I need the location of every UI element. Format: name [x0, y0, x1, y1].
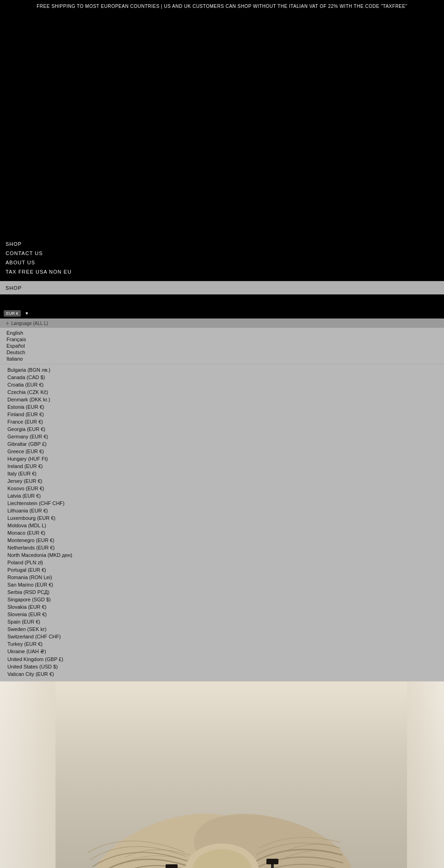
- country-item[interactable]: Hungary (HUF Ft): [4, 455, 444, 462]
- country-item[interactable]: Poland (PLN zł): [4, 559, 444, 566]
- lang-option-italiano[interactable]: Italiano: [6, 356, 444, 362]
- country-item[interactable]: Liechtenstein (CHF CHF): [4, 500, 444, 507]
- country-item[interactable]: United Kingdom (GBP £): [4, 656, 444, 663]
- fossil-sculpture-svg: [60, 718, 384, 868]
- country-item[interactable]: Monaco (EUR €): [4, 529, 444, 537]
- country-item[interactable]: Kosovo (EUR €): [4, 485, 444, 492]
- photo-section: [0, 681, 444, 868]
- country-item[interactable]: United States (USD $): [4, 663, 444, 670]
- shop-bar[interactable]: SHOP: [0, 281, 444, 294]
- language-selector-label: Language (ALL L): [11, 321, 48, 326]
- country-item[interactable]: Luxembourg (EUR €): [4, 514, 444, 522]
- country-item[interactable]: Netherlands (EUR €): [4, 544, 444, 551]
- country-item[interactable]: Ireland (EUR €): [4, 462, 444, 470]
- country-item[interactable]: Ukraine (UAH ₴): [4, 648, 444, 656]
- country-item[interactable]: Vatican City (EUR €): [4, 670, 444, 678]
- country-item[interactable]: Sweden (SEK kr): [4, 625, 444, 633]
- nav-item-shop[interactable]: SHOP: [0, 239, 444, 249]
- hero-section: [0, 12, 444, 235]
- currency-badge[interactable]: EUR €: [4, 310, 21, 317]
- language-label: ▼: [23, 310, 31, 317]
- country-item[interactable]: France (EUR €): [4, 418, 444, 425]
- language-options: English Français Español Deutsch Italian…: [0, 328, 444, 364]
- lang-option-english[interactable]: English: [6, 330, 444, 336]
- country-item[interactable]: Jersey (EUR €): [4, 477, 444, 485]
- country-item[interactable]: Georgia (EUR €): [4, 425, 444, 433]
- nav-item-about[interactable]: ABOUT US: [0, 258, 444, 267]
- country-item[interactable]: Montenegro (EUR €): [4, 537, 444, 544]
- country-item[interactable]: Spain (EUR €): [4, 618, 444, 625]
- country-item[interactable]: Serbia (RSD РСД): [4, 588, 444, 596]
- currency-lang-row: EUR € ▼: [0, 308, 444, 318]
- curtain-left: [0, 681, 56, 868]
- nav-item-contact[interactable]: CONTACT US: [0, 249, 444, 258]
- country-item[interactable]: Moldova (MDL L): [4, 522, 444, 529]
- language-selector-row[interactable]: + Language (ALL L): [0, 318, 444, 328]
- country-item[interactable]: Canada (CAD $): [4, 374, 444, 381]
- country-item[interactable]: Greece (EUR €): [4, 448, 444, 455]
- shop-bar-label: SHOP: [6, 285, 22, 291]
- announcement-bar: FREE SHIPPING TO MOST EUROPEAN COUNTRIES…: [0, 0, 444, 12]
- country-item[interactable]: Portugal (EUR €): [4, 566, 444, 574]
- curtain-right: [407, 681, 444, 868]
- country-item[interactable]: Slovakia (EUR €): [4, 603, 444, 611]
- country-item[interactable]: Switzerland (CHF CHF): [4, 633, 444, 640]
- lang-option-francais[interactable]: Français: [6, 336, 444, 343]
- nav-item-taxfree[interactable]: TAX FREE USA non EU: [0, 267, 444, 276]
- country-list: Bulgaria (BGN лв.)Canada (CAD $)Croatia …: [0, 364, 444, 681]
- country-item[interactable]: Estonia (EUR €): [4, 403, 444, 411]
- country-item[interactable]: Gibraltar (GBP £): [4, 440, 444, 448]
- dropdown-panel: EUR € ▼ + Language (ALL L) English Franç…: [0, 308, 444, 681]
- country-item[interactable]: Singapore (SGD $): [4, 596, 444, 603]
- lang-option-espanol[interactable]: Español: [6, 343, 444, 349]
- country-item[interactable]: Czechia (CZK Kč): [4, 388, 444, 396]
- country-item[interactable]: Italy (EUR €): [4, 470, 444, 477]
- country-item[interactable]: Latvia (EUR €): [4, 492, 444, 500]
- country-item[interactable]: Denmark (DKK kr.): [4, 396, 444, 403]
- clamp-right: [266, 859, 278, 864]
- country-item[interactable]: Finland (EUR €): [4, 411, 444, 418]
- country-item[interactable]: Romania (RON Lei): [4, 574, 444, 581]
- country-item[interactable]: Croatia (EUR €): [4, 381, 444, 388]
- side-navigation: SHOP CONTACT US ABOUT US TAX FREE USA no…: [0, 235, 444, 281]
- country-item[interactable]: North Macedonia (MKD ден): [4, 551, 444, 559]
- country-item[interactable]: Bulgaria (BGN лв.): [4, 366, 444, 374]
- black-separator: [0, 294, 444, 308]
- country-item[interactable]: Lithuania (EUR €): [4, 507, 444, 514]
- cross-icon: +: [4, 319, 11, 327]
- announcement-text: FREE SHIPPING TO MOST EUROPEAN COUNTRIES…: [37, 4, 407, 9]
- country-item[interactable]: San Marino (EUR €): [4, 581, 444, 588]
- clamp-left: [166, 864, 178, 868]
- country-item[interactable]: Germany (EUR €): [4, 433, 444, 440]
- country-item[interactable]: Turkey (EUR €): [4, 640, 444, 648]
- sculpture-container: [60, 718, 384, 868]
- country-item[interactable]: Slovenia (EUR €): [4, 611, 444, 618]
- lang-option-deutsch[interactable]: Deutsch: [6, 349, 444, 356]
